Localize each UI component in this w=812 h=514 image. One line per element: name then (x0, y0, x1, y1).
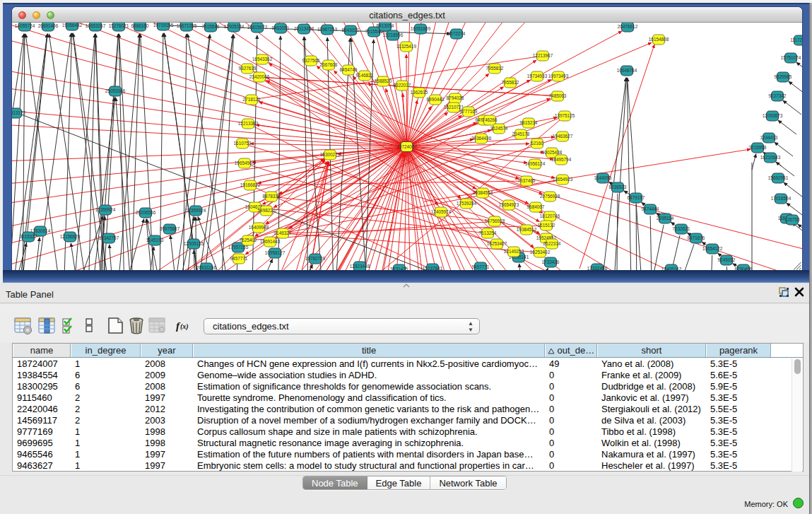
svg-text:19356482: 19356482 (62, 23, 83, 28)
svg-text:19384512: 19384512 (517, 227, 537, 232)
svg-text:12149253: 12149253 (504, 249, 524, 254)
svg-text:7515546: 7515546 (202, 24, 220, 29)
svg-text:2522314: 2522314 (543, 241, 561, 246)
svg-text:12405974: 12405974 (431, 209, 452, 214)
svg-text:19463627: 19463627 (553, 134, 573, 139)
svg-text:6479197: 6479197 (628, 195, 645, 200)
svg-text:2935114: 2935114 (657, 216, 674, 221)
svg-text:12213363: 12213363 (238, 121, 259, 126)
svg-text:20756928: 20756928 (540, 194, 560, 199)
svg-text:9474444: 9474444 (642, 206, 659, 211)
svg-text:10958127: 10958127 (265, 250, 286, 255)
svg-text:9457771: 9457771 (230, 256, 248, 261)
svg-text:746266: 746266 (482, 117, 498, 122)
svg-text:25053346: 25053346 (105, 88, 126, 93)
svg-text:17359924: 17359924 (186, 208, 206, 213)
svg-text:16513172: 16513172 (12, 110, 26, 115)
svg-text:8413054: 8413054 (377, 23, 394, 28)
svg-text:12405162: 12405162 (661, 267, 682, 270)
svg-text:15751074: 15751074 (781, 55, 801, 60)
svg-text:12213967: 12213967 (533, 53, 553, 58)
svg-text:16543362: 16543362 (252, 57, 273, 62)
svg-text:16253407: 16253407 (487, 241, 507, 246)
svg-text:10756928: 10756928 (485, 218, 505, 223)
svg-text:20206556: 20206556 (136, 210, 156, 215)
svg-text:18120746: 18120746 (540, 214, 560, 218)
svg-text:8790456: 8790456 (735, 267, 753, 270)
svg-text:2367608: 2367608 (320, 62, 338, 67)
svg-text:15300273: 15300273 (320, 152, 341, 157)
svg-text:10648784: 10648784 (617, 68, 637, 73)
svg-text:8843021: 8843021 (342, 28, 360, 33)
svg-text:9329965: 9329965 (775, 74, 792, 79)
svg-text:12342757: 12342757 (99, 235, 119, 240)
svg-text:10973493: 10973493 (548, 74, 569, 78)
svg-text:11325419: 11325419 (396, 44, 416, 49)
svg-text:7485063: 7485063 (549, 93, 567, 98)
svg-text:8990443: 8990443 (427, 97, 445, 102)
svg-text:8794028: 8794028 (447, 95, 464, 100)
svg-text:14055724: 14055724 (15, 23, 35, 28)
svg-text:14956124: 14956124 (525, 161, 546, 166)
svg-text:9815234: 9815234 (520, 120, 538, 125)
svg-text:9684067: 9684067 (527, 204, 545, 209)
svg-text:39975867: 39975867 (160, 226, 180, 231)
svg-text:20364436: 20364436 (471, 136, 492, 141)
svg-text:1244413: 1244413 (760, 135, 778, 140)
svg-text:1588520: 1588520 (375, 78, 392, 83)
svg-text:9777169: 9777169 (460, 109, 478, 114)
svg-text:18671355: 18671355 (177, 23, 197, 28)
svg-text:13975125: 13975125 (555, 113, 575, 118)
svg-text:9245052: 9245052 (718, 257, 736, 262)
svg-text:16815672: 16815672 (247, 25, 268, 30)
svg-text:12823448: 12823448 (350, 264, 370, 269)
svg-text:126753: 126753 (784, 217, 800, 222)
svg-text:16051809: 16051809 (411, 26, 431, 31)
svg-text:9231475: 9231475 (391, 267, 408, 270)
svg-text:10653267: 10653267 (86, 23, 106, 28)
svg-text:5498222: 5498222 (258, 208, 276, 213)
svg-text:23420046: 23420046 (249, 74, 270, 79)
svg-text:1644095: 1644095 (594, 175, 612, 180)
svg-text:16782759: 16782759 (305, 256, 326, 261)
svg-text:2718126: 2718126 (243, 97, 261, 102)
svg-text:3624574: 3624574 (490, 126, 508, 131)
svg-text:16253402: 16253402 (530, 250, 551, 255)
svg-text:11172845: 11172845 (790, 37, 802, 42)
svg-text:20113458: 20113458 (294, 26, 314, 31)
svg-text:7625402: 7625402 (240, 238, 257, 243)
svg-text:7937465: 7937465 (518, 178, 536, 183)
svg-text:8938923: 8938923 (609, 185, 627, 189)
svg-text:15218596: 15218596 (383, 33, 404, 37)
svg-text:20476612: 20476612 (618, 24, 638, 29)
svg-text:16210643: 16210643 (760, 155, 781, 160)
svg-text:7632621: 7632621 (673, 226, 690, 231)
svg-text:18495794: 18495794 (551, 157, 572, 162)
svg-text:10719155: 10719155 (153, 23, 174, 28)
svg-text:12093873: 12093873 (763, 113, 783, 118)
svg-text:11987253: 11987253 (317, 27, 337, 32)
svg-text:8471676: 8471676 (688, 235, 705, 240)
svg-text:1362615: 1362615 (411, 90, 428, 95)
svg-text:16154808: 16154808 (649, 37, 669, 42)
svg-text:19691443: 19691443 (260, 239, 281, 244)
svg-text:8454749: 8454749 (340, 67, 358, 72)
svg-text:1733426: 1733426 (542, 259, 560, 264)
svg-text:9457771: 9457771 (472, 264, 490, 269)
svg-text:20931156: 20931156 (196, 265, 216, 270)
svg-text:7613254: 7613254 (479, 230, 497, 235)
svg-text:19654963: 19654963 (235, 160, 255, 165)
svg-text:1610753: 1610753 (234, 141, 252, 146)
svg-text:20691406: 20691406 (38, 23, 59, 28)
svg-text:12505135: 12505135 (184, 241, 204, 246)
svg-text:3915327: 3915327 (20, 234, 37, 239)
svg-text:15276021: 15276021 (109, 23, 129, 28)
svg-text:19734933: 19734933 (527, 74, 548, 78)
svg-text:12156829: 12156829 (60, 234, 81, 239)
svg-text:17332456: 17332456 (587, 266, 608, 270)
svg-text:8322037: 8322037 (394, 83, 411, 88)
svg-text:3572274: 3572274 (448, 31, 466, 36)
svg-text:1145193: 1145193 (146, 238, 164, 243)
svg-text:13654923: 13654923 (499, 202, 519, 207)
svg-text:3215958: 3215958 (749, 145, 767, 150)
